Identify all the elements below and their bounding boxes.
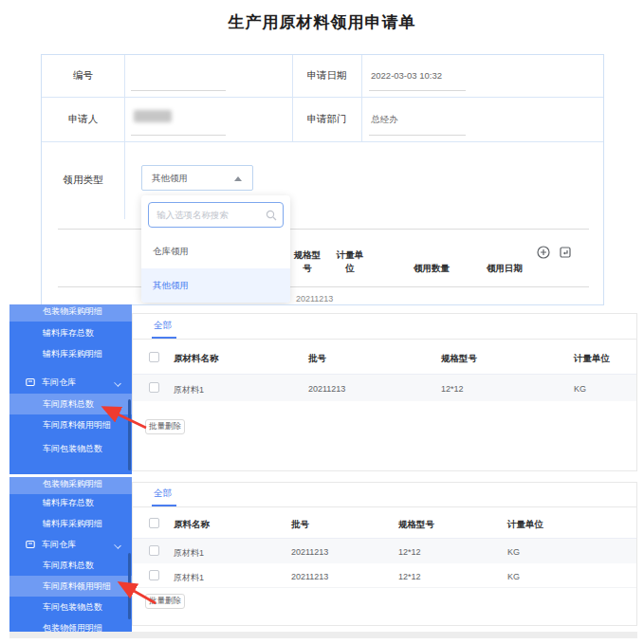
divider — [58, 229, 589, 230]
sidebar-panel2: 包装物采购明细 辅料库存总数 辅料库采购明细 车间仓库 车间原料总数 车间原料领… — [9, 477, 132, 633]
divider — [369, 90, 466, 91]
field-label-apply-date: 申请日期 — [292, 55, 361, 97]
applicant-value-redacted — [134, 110, 172, 122]
sidebar-item-workshop-packaging-total[interactable]: 车间包装物总数 — [9, 597, 132, 617]
row-checkbox[interactable] — [149, 382, 159, 393]
sidebar-item-workshop-material-usage[interactable]: 车间原料领用明细 — [9, 576, 132, 597]
requisition-type-value: 其他领用 — [152, 173, 188, 183]
sidebar-scrollbar[interactable] — [128, 399, 131, 470]
col-unit: 计量单位 — [507, 519, 543, 531]
field-label-number: 编号 — [42, 55, 124, 97]
table-row[interactable]: 原材料1 20211213 12*12 KG — [133, 375, 636, 401]
requisition-type-dropdown: 仓库领用 其他领用 — [141, 195, 290, 303]
sidebar-item-workshop-warehouse[interactable]: 车间仓库 — [9, 534, 132, 555]
add-row-icon[interactable] — [537, 246, 550, 259]
sidebar-item-workshop-packaging-total[interactable]: 车间包装物总数 — [9, 438, 132, 459]
page-title: 生产用原材料领用申请单 — [0, 11, 644, 33]
sidebar-item-workshop-material-total[interactable]: 车间原料总数 — [9, 394, 132, 414]
option-search-input[interactable] — [148, 202, 284, 228]
cell-unit: KG — [507, 572, 520, 581]
cell-spec: 12*12 — [398, 547, 421, 557]
detail-col-date: 领用日期 — [480, 237, 529, 275]
table-row[interactable]: 原材料1 20211213 12*12 KG — [133, 539, 636, 563]
row-checkbox[interactable] — [149, 570, 159, 580]
col-material-name: 原料名称 — [174, 519, 210, 531]
warehouse-icon — [26, 377, 35, 387]
cell-spec: 12*12 — [441, 384, 464, 394]
sidebar-item-aux-stock-total[interactable]: 辅料库存总数 — [9, 322, 132, 343]
cell-material-name: 原材料1 — [174, 572, 204, 584]
batch-delete-button[interactable]: 批量删除 — [145, 419, 185, 434]
table-panel1: 全部 原材料名称 批号 规格型号 计量单位 原材料1 20211213 12*1… — [132, 313, 637, 471]
table-panel2: 全部 原料名称 批号 规格型号 计量单位 原材料1 20211213 12*12… — [132, 482, 637, 626]
sidebar-item-aux-purchase[interactable]: 辅料库采购明细 — [9, 513, 132, 534]
requisition-form-card: 编号 申请日期 2022-03-03 10:32 申请人 申请部门 总经办 领用… — [41, 54, 604, 305]
cell-spec: 12*12 — [398, 572, 421, 581]
search-icon — [266, 210, 277, 221]
col-spec: 规格型号 — [398, 519, 434, 531]
detail-col-qty: 领用数量 — [407, 237, 456, 275]
caret-up-icon — [234, 176, 242, 181]
sidebar-item-aux-stock-total[interactable]: 辅料库存总数 — [9, 492, 132, 513]
select-all-checkbox[interactable] — [149, 352, 159, 362]
sidebar-item-packaging-usage[interactable]: 包装物领用明细 — [9, 617, 132, 633]
partial-batch-number: 20211213 — [296, 294, 333, 304]
cell-unit: KG — [507, 547, 520, 557]
cell-batch-no: 20211213 — [308, 384, 345, 394]
cell-unit: KG — [574, 384, 586, 394]
sidebar-panel1: 包装物采购明细 辅料库存总数 辅料库采购明细 车间仓库 车间原料总数 车间原料领… — [9, 304, 132, 474]
warehouse-icon — [26, 540, 35, 549]
divider — [42, 141, 604, 142]
table-row[interactable]: 原材料1 20211213 12*12 KG — [133, 563, 636, 588]
chevron-down-icon — [114, 379, 121, 387]
chevron-down-icon — [114, 542, 121, 549]
detail-col-unit: 计量单位 — [333, 237, 367, 275]
screenshot-root: 生产用原材料领用申请单 编号 申请日期 2022-03-03 10:32 申请人… — [0, 0, 644, 644]
dropdown-option-warehouse[interactable]: 仓库领用 — [141, 237, 290, 266]
row-checkbox[interactable] — [149, 545, 159, 556]
table-header-row: 原料名称 批号 规格型号 计量单位 — [133, 507, 636, 539]
field-label-applicant: 申请人 — [42, 97, 124, 141]
divider — [131, 135, 226, 136]
sidebar-item-workshop-material-total[interactable]: 车间原料总数 — [9, 555, 132, 576]
table-header-row: 原材料名称 批号 规格型号 计量单位 — [133, 340, 636, 375]
col-material-name: 原材料名称 — [174, 353, 219, 365]
apply-dept-value[interactable]: 总经办 — [371, 114, 398, 126]
divider — [58, 286, 589, 287]
field-label-requisition-type: 领用类型 — [42, 141, 124, 219]
divider — [124, 55, 125, 219]
sidebar-item-workshop-material-usage[interactable]: 车间原料领用明细 — [9, 414, 132, 435]
sidebar-scrollbar[interactable] — [128, 553, 131, 619]
col-spec: 规格型号 — [441, 353, 477, 365]
batch-delete-button[interactable]: 批量删除 — [145, 594, 185, 609]
apply-date-value[interactable]: 2022-03-03 10:32 — [371, 70, 442, 81]
detail-col-spec: 规格型号 — [290, 237, 324, 275]
screenshot-edge — [9, 632, 637, 638]
divider — [369, 135, 466, 136]
field-label-apply-dept: 申请部门 — [292, 97, 361, 141]
cell-batch-no: 20211213 — [291, 547, 328, 557]
tab-all[interactable]: 全部 — [154, 488, 172, 500]
sidebar-item-packaging-purchase[interactable]: 包装物采购明细 — [9, 304, 132, 322]
cell-material-name: 原材料1 — [174, 547, 204, 560]
col-batch-no: 批号 — [291, 519, 309, 531]
col-unit: 计量单位 — [574, 353, 610, 365]
divider — [361, 55, 362, 141]
select-all-checkbox[interactable] — [149, 518, 159, 528]
sidebar-item-workshop-warehouse[interactable]: 车间仓库 — [9, 372, 132, 393]
sidebar-item-aux-purchase[interactable]: 辅料库采购明细 — [9, 343, 132, 364]
insert-row-icon[interactable] — [559, 246, 572, 259]
number-input[interactable] — [131, 90, 226, 91]
col-batch-no: 批号 — [308, 353, 326, 365]
dropdown-option-other[interactable]: 其他领用 — [141, 268, 290, 303]
tab-all[interactable]: 全部 — [154, 320, 172, 332]
requisition-type-select[interactable]: 其他领用 — [141, 165, 253, 191]
cell-batch-no: 20211213 — [291, 572, 328, 581]
cell-material-name: 原材料1 — [174, 384, 204, 396]
